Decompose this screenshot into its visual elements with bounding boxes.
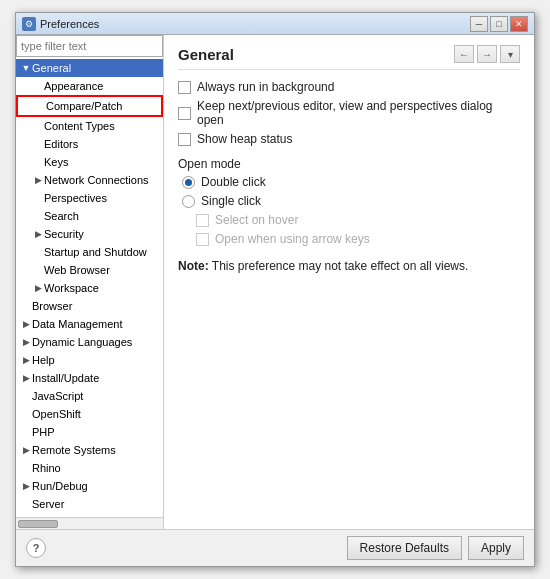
arrow-data-mgmt bbox=[20, 318, 32, 330]
sidebar-item-dynamic-languages[interactable]: Dynamic Languages bbox=[16, 333, 163, 351]
sidebar-label-web-browser: Web Browser bbox=[44, 262, 110, 278]
restore-defaults-button[interactable]: Restore Defaults bbox=[347, 536, 462, 560]
sidebar-item-php[interactable]: PHP bbox=[16, 423, 163, 441]
sidebar-item-data-management[interactable]: Data Management bbox=[16, 315, 163, 333]
keep-next-prev-checkbox[interactable] bbox=[178, 107, 191, 120]
sidebar-scrollbar[interactable] bbox=[16, 517, 163, 529]
main-panel: General ← → ▾ Always run in background K… bbox=[164, 35, 534, 529]
sidebar-item-compare-patch[interactable]: Compare/Patch bbox=[16, 95, 163, 117]
sidebar-item-rhino[interactable]: Rhino bbox=[16, 459, 163, 477]
sidebar-label-php: PHP bbox=[32, 424, 55, 440]
note-bold: Note: bbox=[178, 259, 209, 273]
open-mode-section: Open mode bbox=[178, 157, 520, 171]
sidebar-label-workspace: Workspace bbox=[44, 280, 99, 296]
open-arrow-row: Open when using arrow keys bbox=[178, 232, 520, 246]
sidebar-item-keys[interactable]: Keys bbox=[16, 153, 163, 171]
arrow-help bbox=[20, 354, 32, 366]
sidebar-label-server: Server bbox=[32, 496, 64, 512]
sidebar-label-rhino: Rhino bbox=[32, 460, 61, 476]
sidebar-item-help[interactable]: Help bbox=[16, 351, 163, 369]
sidebar-item-install-update[interactable]: Install/Update bbox=[16, 369, 163, 387]
sidebar-item-editors[interactable]: Editors bbox=[16, 135, 163, 153]
always-run-bg-checkbox[interactable] bbox=[178, 81, 191, 94]
sidebar-label-compare-patch: Compare/Patch bbox=[46, 98, 122, 114]
double-click-label: Double click bbox=[201, 175, 266, 189]
arrow-general bbox=[20, 62, 32, 74]
sidebar-item-startup[interactable]: Startup and Shutdow bbox=[16, 243, 163, 261]
sidebar-item-perspectives[interactable]: Perspectives bbox=[16, 189, 163, 207]
sidebar-item-search[interactable]: Search bbox=[16, 207, 163, 225]
nav-icons: ← → ▾ bbox=[454, 45, 520, 63]
sidebar-label-openshift: OpenShift bbox=[32, 406, 81, 422]
sidebar-label-perspectives: Perspectives bbox=[44, 190, 107, 206]
sidebar-item-server[interactable]: Server bbox=[16, 495, 163, 513]
arrow-workspace bbox=[32, 282, 44, 294]
open-arrow-checkbox[interactable] bbox=[196, 233, 209, 246]
sidebar-label-content-types: Content Types bbox=[44, 118, 115, 134]
always-run-bg-row: Always run in background bbox=[178, 80, 520, 94]
sidebar-label-appearance: Appearance bbox=[44, 78, 103, 94]
sidebar-label-javascript: JavaScript bbox=[32, 388, 83, 404]
sidebar-label-remote-systems: Remote Systems bbox=[32, 442, 116, 458]
sidebar-item-appearance[interactable]: Appearance bbox=[16, 77, 163, 95]
sidebar-label-install-update: Install/Update bbox=[32, 370, 99, 386]
arrow-install bbox=[20, 372, 32, 384]
footer: ? Restore Defaults Apply bbox=[16, 529, 534, 566]
double-click-row: Double click bbox=[178, 175, 520, 189]
forward-button[interactable]: → bbox=[477, 45, 497, 63]
sidebar-item-security[interactable]: Security bbox=[16, 225, 163, 243]
nav-menu-button[interactable]: ▾ bbox=[500, 45, 520, 63]
sidebar-item-remote-systems[interactable]: Remote Systems bbox=[16, 441, 163, 459]
open-mode-label: Open mode bbox=[178, 157, 241, 171]
arrow-network bbox=[32, 174, 44, 186]
select-hover-label: Select on hover bbox=[215, 213, 298, 227]
sidebar-item-run-debug[interactable]: Run/Debug bbox=[16, 477, 163, 495]
help-button[interactable]: ? bbox=[26, 538, 46, 558]
minimize-button[interactable]: ─ bbox=[470, 16, 488, 32]
sidebar-label-security: Security bbox=[44, 226, 84, 242]
sidebar-label-editors: Editors bbox=[44, 136, 78, 152]
sidebar-item-openshift[interactable]: OpenShift bbox=[16, 405, 163, 423]
footer-actions: Restore Defaults Apply bbox=[347, 536, 524, 560]
show-heap-checkbox[interactable] bbox=[178, 133, 191, 146]
select-hover-checkbox[interactable] bbox=[196, 214, 209, 227]
sidebar-label-startup: Startup and Shutdow bbox=[44, 244, 147, 260]
sidebar-item-web-browser[interactable]: Web Browser bbox=[16, 261, 163, 279]
arrow-dynamic-lang bbox=[20, 336, 32, 348]
sidebar-item-content-types[interactable]: Content Types bbox=[16, 117, 163, 135]
keep-next-prev-label: Keep next/previous editor, view and pers… bbox=[197, 99, 520, 127]
apply-button[interactable]: Apply bbox=[468, 536, 524, 560]
sidebar-label-browser: Browser bbox=[32, 298, 72, 314]
show-heap-row: Show heap status bbox=[178, 132, 520, 146]
close-button[interactable]: ✕ bbox=[510, 16, 528, 32]
sidebar-item-workspace[interactable]: Workspace bbox=[16, 279, 163, 297]
title-bar: ⚙ Preferences ─ □ ✕ bbox=[16, 13, 534, 35]
window-title: Preferences bbox=[40, 18, 99, 30]
panel-title: General bbox=[178, 46, 234, 63]
select-hover-row: Select on hover bbox=[178, 213, 520, 227]
title-bar-left: ⚙ Preferences bbox=[22, 17, 99, 31]
sidebar-label-network: Network Connections bbox=[44, 172, 149, 188]
sidebar-item-general[interactable]: General bbox=[16, 59, 163, 77]
window-icon: ⚙ bbox=[22, 17, 36, 31]
sidebar-item-browser[interactable]: Browser bbox=[16, 297, 163, 315]
sidebar-label-run-debug: Run/Debug bbox=[32, 478, 88, 494]
single-click-label: Single click bbox=[201, 194, 261, 208]
keep-next-prev-row: Keep next/previous editor, view and pers… bbox=[178, 99, 520, 127]
filter-input[interactable] bbox=[16, 35, 163, 57]
maximize-button[interactable]: □ bbox=[490, 16, 508, 32]
double-click-radio[interactable] bbox=[182, 176, 195, 189]
single-click-radio[interactable] bbox=[182, 195, 195, 208]
sidebar-label-dynamic-languages: Dynamic Languages bbox=[32, 334, 132, 350]
title-controls: ─ □ ✕ bbox=[470, 16, 528, 32]
preferences-window: ⚙ Preferences ─ □ ✕ General Appearance bbox=[15, 12, 535, 567]
arrow-remote bbox=[20, 444, 32, 456]
scroll-thumb[interactable] bbox=[18, 520, 58, 528]
sidebar-label-keys: Keys bbox=[44, 154, 68, 170]
sidebar: General Appearance Compare/Patch Content… bbox=[16, 35, 164, 529]
sidebar-item-network[interactable]: Network Connections bbox=[16, 171, 163, 189]
back-button[interactable]: ← bbox=[454, 45, 474, 63]
sidebar-label-search: Search bbox=[44, 208, 79, 224]
open-arrow-label: Open when using arrow keys bbox=[215, 232, 370, 246]
sidebar-item-javascript[interactable]: JavaScript bbox=[16, 387, 163, 405]
